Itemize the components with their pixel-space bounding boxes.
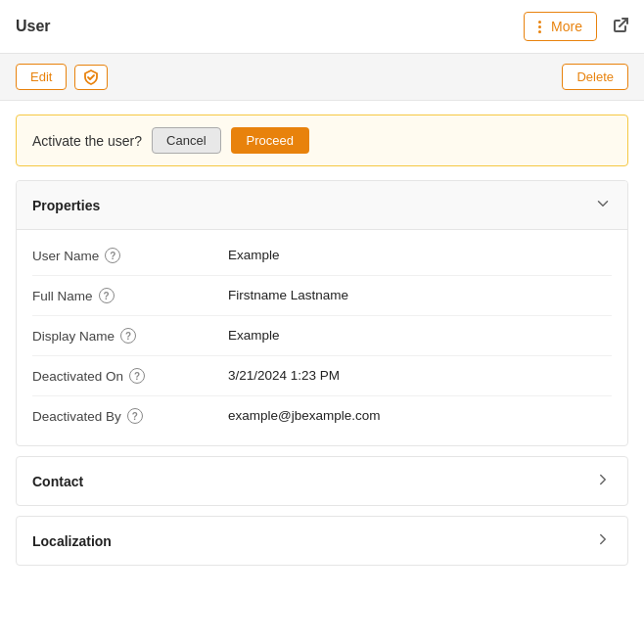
property-label-text-deactivated-on: Deactivated On	[32, 369, 123, 384]
main-content: Properties User Name ? Example Full Name…	[0, 180, 644, 591]
contact-title: Contact	[32, 474, 83, 489]
property-row-deactivated-by: Deactivated By ? example@jbexample.com	[32, 396, 612, 436]
cancel-button[interactable]: Cancel	[152, 127, 220, 154]
property-label-text-fullname: Full Name	[32, 289, 93, 303]
property-label-text-username: User Name	[32, 249, 99, 263]
svg-line-0	[620, 19, 627, 26]
property-value-username: Example	[228, 248, 612, 262]
proceed-button[interactable]: Proceed	[231, 127, 309, 154]
properties-section: Properties User Name ? Example Full Name…	[16, 180, 628, 446]
contact-section-header[interactable]: Contact	[17, 457, 627, 505]
more-dots-icon	[538, 21, 545, 33]
contact-section: Contact	[16, 456, 628, 506]
external-link-icon[interactable]	[613, 18, 628, 36]
property-label-text-deactivated-by: Deactivated By	[32, 409, 121, 424]
more-label: More	[551, 19, 582, 34]
edit-button[interactable]: Edit	[16, 64, 67, 90]
property-label-deactivated-by: Deactivated By ?	[32, 408, 228, 424]
property-label-fullname: Full Name ?	[32, 288, 228, 303]
chevron-right-icon-contact	[594, 471, 612, 491]
localization-section-header[interactable]: Localization	[17, 517, 627, 565]
more-button[interactable]: More	[524, 12, 597, 41]
property-value-deactivated-by: example@jbexample.com	[228, 408, 612, 423]
toolbar: Edit Delete	[0, 54, 644, 101]
property-row-deactivated-on: Deactivated On ? 3/21/2024 1:23 PM	[32, 356, 612, 396]
displayname-help-icon[interactable]: ?	[120, 328, 136, 344]
property-row-username: User Name ? Example	[32, 236, 612, 276]
activation-text: Activate the user?	[32, 133, 142, 149]
chevron-down-icon	[594, 195, 612, 215]
property-label-username: User Name ?	[32, 248, 228, 263]
page-header: User More	[0, 0, 644, 54]
deactivated-by-help-icon[interactable]: ?	[127, 408, 143, 424]
username-help-icon[interactable]: ?	[105, 248, 120, 263]
fullname-help-icon[interactable]: ?	[99, 288, 115, 303]
deactivated-on-help-icon[interactable]: ?	[129, 368, 145, 384]
localization-title: Localization	[32, 533, 112, 549]
property-value-fullname: Firstname Lastname	[228, 288, 612, 302]
activation-banner: Activate the user? Cancel Proceed	[16, 115, 628, 166]
properties-body: User Name ? Example Full Name ? Firstnam…	[17, 230, 627, 445]
properties-title: Properties	[32, 198, 100, 213]
property-value-displayname: Example	[228, 328, 612, 343]
property-label-text-displayname: Display Name	[32, 329, 115, 344]
property-label-deactivated-on: Deactivated On ?	[32, 368, 228, 384]
delete-button[interactable]: Delete	[562, 64, 628, 90]
chevron-right-icon-localization	[594, 530, 612, 551]
properties-section-header[interactable]: Properties	[17, 181, 627, 230]
property-value-deactivated-on: 3/21/2024 1:23 PM	[228, 368, 612, 383]
page-title: User	[16, 18, 51, 35]
property-label-displayname: Display Name ?	[32, 328, 228, 344]
toolbar-left: Edit	[16, 64, 108, 90]
property-row-displayname: Display Name ? Example	[32, 316, 612, 356]
property-row-fullname: Full Name ? Firstname Lastname	[32, 276, 612, 316]
localization-section: Localization	[16, 516, 628, 566]
shield-button[interactable]	[74, 65, 108, 90]
